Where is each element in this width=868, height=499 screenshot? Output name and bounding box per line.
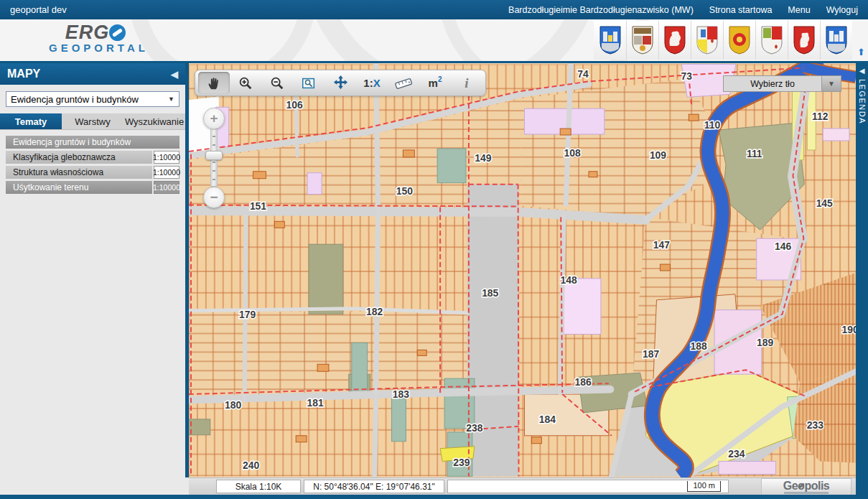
- sidebar-tabs: Tematy Warstwy Wyszukiwanie: [0, 113, 185, 130]
- shield-icon: [599, 26, 622, 55]
- zoom-in-button[interactable]: +: [203, 108, 225, 129]
- legend-tab-label: LEGENDA: [858, 79, 867, 124]
- pan-arrows-tool[interactable]: [325, 72, 356, 94]
- theme-row-klasyfikacja[interactable]: Klasyfikacja gleboznawcza 1:10000: [6, 151, 179, 164]
- coat-of-arms-row: [594, 21, 852, 60]
- window-bottom-edge: [0, 495, 868, 499]
- coat-of-arms-7[interactable]: [788, 21, 820, 60]
- theme-row-struktura[interactable]: Struktura własnościowa 1:10000: [6, 166, 179, 179]
- tab-tematy[interactable]: Tematy: [0, 113, 62, 129]
- coat-of-arms-3[interactable]: [658, 21, 691, 60]
- collapse-header-arrow-icon[interactable]: ⬆: [857, 47, 865, 57]
- zoom-out-tool[interactable]: [261, 72, 293, 94]
- zoom-slider-handle[interactable]: [205, 151, 223, 160]
- parcel-label-111: 111: [747, 148, 762, 159]
- link-logout[interactable]: Wyloguj: [826, 5, 858, 15]
- header-band: ERG GEOPORTAL: [0, 19, 868, 61]
- background-select-value: Wybierz tło: [724, 76, 821, 91]
- parcel-label-110: 110: [704, 119, 721, 131]
- coat-of-arms-1[interactable]: [594, 21, 626, 60]
- move-cross-icon: [332, 75, 349, 91]
- header-divider: [0, 61, 868, 63]
- theme-label: Uśytkowanie terenu: [6, 181, 152, 194]
- parcel-label-238: 238: [466, 422, 482, 434]
- tab-wyszukiwanie[interactable]: Wyszukiwanie: [123, 113, 185, 129]
- theme-row-uzytkowanie[interactable]: Uśytkowanie terenu 1:10000: [6, 181, 179, 194]
- map-viewport[interactable]: 7473106112110108149109111150151145147146…: [185, 63, 856, 477]
- zoom-in-tool[interactable]: [230, 72, 261, 94]
- chevron-down-icon: ▼: [168, 95, 174, 103]
- collapse-sidebar-arrow-icon[interactable]: ◀: [171, 69, 178, 80]
- coat-of-arms-8[interactable]: [820, 21, 852, 60]
- background-select-dropdown[interactable]: Wybierz tło ▼: [723, 75, 841, 92]
- parcel-label-189: 189: [757, 337, 773, 348]
- status-bar: Skala 1:10K N: 50°48'36.04" E: 19°07'46.…: [189, 477, 856, 495]
- scale-bar: 100 m: [687, 481, 721, 492]
- zoom-out-icon: [269, 75, 285, 91]
- shield-icon: [696, 26, 719, 55]
- parcel-label-108: 108: [564, 147, 581, 159]
- legend-panel-tab[interactable]: ◀ LEGENDA: [856, 61, 868, 495]
- cadastral-map[interactable]: 7473106112110108149109111150151145147146…: [189, 63, 856, 477]
- parcel-label-74: 74: [577, 68, 589, 80]
- theme-label: Ewidencja gruntów i budynków: [6, 136, 179, 149]
- zoom-out-button[interactable]: −: [203, 187, 225, 208]
- expand-legend-arrow-icon[interactable]: ◀: [859, 67, 865, 75]
- link-home[interactable]: Strona startowa: [709, 5, 773, 15]
- scale-1x-tool[interactable]: 1:X: [356, 72, 388, 94]
- info-tool[interactable]: i: [451, 72, 482, 94]
- app-title: geoportal dev: [10, 4, 67, 15]
- parcel-label-73: 73: [681, 70, 693, 82]
- parcel-label-151: 151: [250, 200, 266, 212]
- shield-icon: [728, 26, 751, 55]
- parcel-label-146: 146: [775, 241, 791, 252]
- parcel-label-187: 187: [643, 348, 659, 360]
- tab-warstwy[interactable]: Warstwy: [62, 113, 123, 129]
- logo-text-ergo: ERG: [65, 22, 110, 43]
- scalebar-box: 100 m: [447, 480, 729, 493]
- theme-row-ewidencja[interactable]: Ewidencja gruntów i budynków: [6, 136, 179, 149]
- geopolis-logo[interactable]: Geopolis: [761, 478, 851, 495]
- scale-tool-x: X: [373, 77, 381, 89]
- parcel-label-147: 147: [653, 239, 670, 251]
- zoom-box-tool[interactable]: [293, 72, 325, 94]
- theme-list: Ewidencja gruntów i budynków Klasyfikacj…: [6, 136, 179, 194]
- shield-icon: [663, 26, 686, 55]
- hand-icon: [206, 75, 222, 91]
- ergo-geoportal-logo[interactable]: ERG GEOPORTAL: [49, 22, 142, 55]
- geopolis-text: Ge: [783, 480, 798, 492]
- area-tool-sup: 2: [438, 75, 442, 83]
- parcel-label-182: 182: [366, 306, 383, 317]
- map-select-value: Ewidencja gruntów i budynków: [11, 94, 139, 105]
- parcel-label-112: 112: [812, 111, 829, 122]
- measure-length-tool[interactable]: [388, 72, 419, 94]
- shield-icon: [760, 26, 783, 55]
- coat-of-arms-4[interactable]: [691, 21, 723, 60]
- area-tool-m: m: [429, 77, 438, 89]
- theme-scale: 1:10000: [154, 151, 179, 164]
- parcel-label-183: 183: [393, 388, 409, 400]
- coat-of-arms-6[interactable]: [755, 21, 788, 60]
- shield-icon: [793, 26, 816, 55]
- map-toolbar: 1:X m2 i: [195, 70, 486, 96]
- coat-of-arms-2[interactable]: [626, 21, 658, 60]
- parcel-label-109: 109: [650, 149, 666, 161]
- user-name: Bardzodługieimie Bardzodługienazwisko (M…: [508, 5, 694, 15]
- sidebar: MAPY ◀ Ewidencja gruntów i budynków ▼ Te…: [0, 63, 185, 495]
- parcel-label-184: 184: [539, 414, 556, 425]
- parcel-label-145: 145: [816, 197, 833, 209]
- parcel-label-186: 186: [574, 376, 591, 388]
- map-select-dropdown[interactable]: Ewidencja gruntów i budynków ▼: [6, 91, 179, 107]
- coordinates-readout: N: 50°48'36.04" E: 19°07'46.31": [304, 480, 444, 493]
- parcel-label-233: 233: [807, 419, 823, 431]
- parcel-label-180: 180: [225, 399, 241, 411]
- parcel-label-106: 106: [286, 99, 303, 111]
- parcel-label-239: 239: [453, 457, 470, 468]
- parcel-label-148: 148: [561, 274, 577, 286]
- coat-of-arms-5[interactable]: [723, 21, 755, 60]
- shield-icon: [825, 26, 848, 55]
- measure-area-tool[interactable]: m2: [419, 72, 451, 94]
- pan-hand-tool[interactable]: [198, 72, 230, 94]
- link-menu[interactable]: Menu: [788, 5, 810, 15]
- geopolis-tagline: [784, 492, 829, 494]
